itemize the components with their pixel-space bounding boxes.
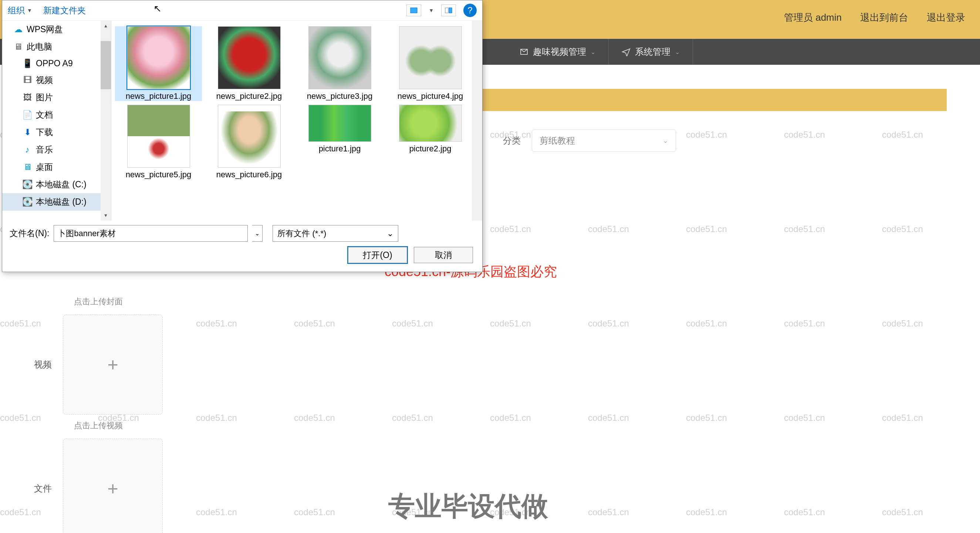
file-thumbnail <box>399 105 462 142</box>
filename-label: 文件名(N): <box>10 228 49 239</box>
sidebar-item-label: 本地磁盘 (C:) <box>36 179 86 190</box>
file-item[interactable]: news_picture1.jpg <box>115 26 202 101</box>
logout-link[interactable]: 退出登录 <box>927 11 965 24</box>
scroll-down-icon[interactable]: ▼ <box>100 210 111 220</box>
dialog-toolbar: 组织 ▼ 新建文件夹 ▼ ? <box>2 0 482 21</box>
filename-dropdown[interactable]: ⌄ <box>252 225 262 242</box>
chevron-down-icon: ⌄ <box>387 229 393 238</box>
chevron-down-icon: ⌄ <box>663 137 668 145</box>
file-item[interactable]: picture1.jpg <box>296 105 383 180</box>
nav-video-mgmt[interactable]: 趣味视频管理 ⌄ <box>507 39 609 65</box>
file-item[interactable]: news_picture2.jpg <box>205 26 293 101</box>
sidebar-item-label: WPS网盘 <box>27 24 63 35</box>
organize-button[interactable]: 组织 ▼ <box>8 5 32 16</box>
file-item[interactable]: news_picture5.jpg <box>115 105 202 180</box>
disk-icon: 💽 <box>22 180 32 190</box>
video-icon: 🎞 <box>22 75 32 85</box>
file-name-label: news_picture6.jpg <box>216 170 282 180</box>
cloud-icon: ☁ <box>13 25 23 34</box>
category-label: 分类 <box>503 135 521 147</box>
sidebar-item-music[interactable]: ♪音乐 <box>2 141 111 158</box>
file-thumbnail <box>218 105 281 168</box>
scrollbar-thumb[interactable] <box>100 41 111 89</box>
phone-icon: 📱 <box>22 59 32 69</box>
svg-rect-2 <box>449 8 452 13</box>
file-item[interactable]: news_picture6.jpg <box>205 105 293 180</box>
big-promo-text: 专业毕设代做 <box>388 488 548 524</box>
sidebar-item-label: 文档 <box>36 109 53 121</box>
sidebar-item-disk[interactable]: 💽本地磁盘 (C:) <box>2 176 111 193</box>
nav-video-label: 趣味视频管理 <box>533 46 586 58</box>
preview-pane-button[interactable] <box>441 5 456 16</box>
sidebar-item-video[interactable]: 🎞视频 <box>2 72 111 89</box>
sidebar-item-download[interactable]: ⬇下载 <box>2 124 111 141</box>
file-item[interactable]: news_picture3.jpg <box>296 26 383 101</box>
plane-icon <box>622 47 630 56</box>
sidebar-item-label: 桌面 <box>36 161 53 173</box>
file-name-label: news_picture4.jpg <box>398 91 463 101</box>
sidebar-item-label: 音乐 <box>36 144 53 155</box>
chevron-down-icon: ⌄ <box>675 48 680 56</box>
dialog-sidebar: ▲ ▼ ☁WPS网盘🖥此电脑📱OPPO A9🎞视频🖼图片📄文档⬇下载♪音乐🖥桌面… <box>2 21 111 220</box>
cancel-button[interactable]: 取消 <box>414 247 473 263</box>
file-name-label: picture1.jpg <box>319 144 361 153</box>
video-label: 视频 <box>22 359 52 370</box>
file-name-label: news_picture1.jpg <box>126 91 191 101</box>
file-open-dialog: 组织 ▼ 新建文件夹 ▼ ? ▲ ▼ ☁WPS网盘🖥此电脑📱OPPO A9🎞视频… <box>2 0 483 272</box>
sidebar-item-phone[interactable]: 📱OPPO A9 <box>2 56 111 72</box>
upload-file-box[interactable]: + <box>63 439 163 533</box>
file-filter-select[interactable]: 所有文件 (*.*) ⌄ <box>272 225 398 242</box>
category-row: 分类 剪纸教程 ⌄ <box>503 129 676 152</box>
help-button[interactable]: ? <box>463 4 477 17</box>
sidebar-item-doc[interactable]: 📄文档 <box>2 106 111 124</box>
file-thumbnail <box>309 105 371 142</box>
file-name-label: picture2.jpg <box>409 144 452 153</box>
file-item[interactable]: picture2.jpg <box>387 105 474 180</box>
new-folder-button[interactable]: 新建文件夹 <box>43 5 86 16</box>
sidebar-item-image[interactable]: 🖼图片 <box>2 89 111 106</box>
desktop-icon: 🖥 <box>22 163 32 172</box>
scroll-up-icon[interactable]: ▲ <box>100 21 111 31</box>
video-hint: 点击上传视频 <box>74 420 163 431</box>
file-name-label: news_picture3.jpg <box>307 91 372 101</box>
plus-icon: + <box>107 354 118 375</box>
doc-icon: 📄 <box>22 110 32 120</box>
cover-hint: 点击上传封面 <box>74 296 163 307</box>
file-grid: news_picture1.jpgnews_picture2.jpgnews_p… <box>111 21 482 220</box>
sidebar-item-pc[interactable]: 🖥此电脑 <box>2 38 111 56</box>
file-thumbnail <box>127 26 190 89</box>
file-thumbnail <box>127 105 190 168</box>
filter-value: 所有文件 (*.*) <box>277 228 326 239</box>
sidebar-item-label: OPPO A9 <box>36 59 73 69</box>
file-thumbnail <box>218 26 281 89</box>
upload-video-box[interactable]: + <box>63 314 163 415</box>
category-value: 剪纸教程 <box>539 135 575 147</box>
download-icon: ⬇ <box>22 128 32 137</box>
front-stage-link[interactable]: 退出到前台 <box>860 11 908 24</box>
svg-rect-1 <box>445 8 448 13</box>
nav-system-label: 系统管理 <box>635 46 670 58</box>
view-dropdown-icon[interactable]: ▼ <box>429 7 434 13</box>
files-scrollbar[interactable] <box>472 21 482 220</box>
sidebar-item-label: 图片 <box>36 92 53 103</box>
file-thumbnail <box>399 26 462 89</box>
category-select[interactable]: 剪纸教程 ⌄ <box>532 129 676 152</box>
pc-icon: 🖥 <box>13 42 23 52</box>
admin-link[interactable]: 管理员 admin <box>784 11 842 24</box>
open-button[interactable]: 打开(O) <box>348 247 407 263</box>
sidebar-item-desktop[interactable]: 🖥桌面 <box>2 158 111 176</box>
sidebar-item-label: 本地磁盘 (D:) <box>36 196 86 207</box>
file-name-label: news_picture2.jpg <box>216 91 282 101</box>
sidebar-item-label: 下载 <box>36 126 53 138</box>
sidebar-item-label: 此电脑 <box>27 41 52 53</box>
nav-system-mgmt[interactable]: 系统管理 ⌄ <box>609 39 693 65</box>
file-item[interactable]: news_picture4.jpg <box>387 26 474 101</box>
svg-rect-0 <box>410 8 417 13</box>
file-label: 文件 <box>22 483 52 495</box>
envelope-icon <box>520 47 528 56</box>
sidebar-item-disk[interactable]: 💽本地磁盘 (D:) <box>2 193 111 211</box>
view-mode-button[interactable] <box>406 5 421 16</box>
sidebar-item-cloud[interactable]: ☁WPS网盘 <box>2 21 111 38</box>
chevron-down-icon: ⌄ <box>590 48 595 56</box>
filename-input[interactable] <box>54 225 248 242</box>
